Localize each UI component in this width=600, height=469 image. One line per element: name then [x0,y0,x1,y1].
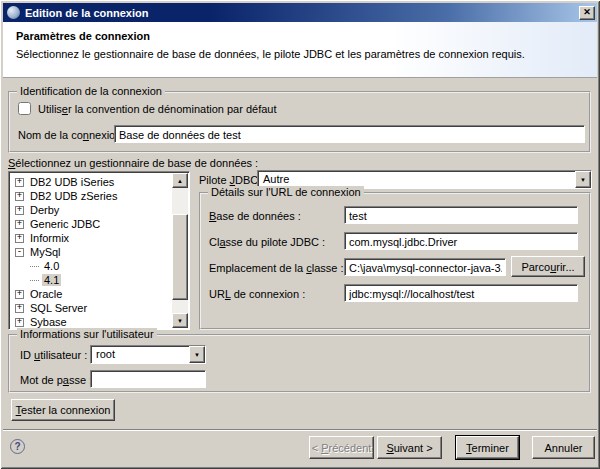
expand-icon[interactable]: + [15,206,24,215]
tree-item-generic-jdbc[interactable]: +Generic JDBC [12,217,189,231]
expand-icon[interactable]: + [15,304,24,313]
tree-item-db2-zseries[interactable]: +DB2 UDB zSeries [12,189,189,203]
tree-scrollbar[interactable]: ▲ ▼ [172,173,188,328]
chevron-down-icon: ▼ [580,177,586,183]
close-button[interactable]: ✕ [579,6,595,20]
tree-item-derby[interactable]: +Derby [12,203,189,217]
group-identification-legend: Identification de la connexion [17,85,165,97]
db-manager-tree[interactable]: +DB2 UDB iSeries +DB2 UDB zSeries +Derby… [8,171,190,330]
help-button[interactable]: ? [10,439,25,454]
dropdown-button[interactable]: ▼ [189,346,205,363]
user-id-label: ID utilisateur : [20,349,87,361]
tree-item-oracle[interactable]: +Oracle [12,287,189,301]
window-icon [7,6,20,19]
chevron-down-icon: ▼ [194,352,200,358]
password-label: Mot de passe : [20,374,92,386]
close-icon: ✕ [583,8,591,17]
database-label: Base de données : [209,210,301,222]
tree-item-mysql-41[interactable]: 4.1 [12,273,189,287]
connection-name-label: Nom de la connexion : [18,129,127,141]
default-naming-label: Utiliser la convention de dénomination p… [38,103,277,115]
finish-button[interactable]: Terminer [456,436,519,459]
tree-connector [30,266,39,267]
group-user-info: Informations sur l'utilisateur ID utilis… [8,334,591,393]
connection-url-label: URL de connexion : [209,288,305,300]
jdbc-driver-label: Pilote JDBC : [199,174,264,186]
group-url-details: Détails sur l'URL de connexion Base de d… [199,192,591,330]
group-user-info-legend: Informations sur l'utilisateur [17,328,157,340]
expand-icon[interactable]: + [15,318,24,327]
connection-url-input[interactable] [344,284,578,302]
tree-item-mysql[interactable]: -MySql [12,245,189,259]
connection-name-input[interactable] [114,125,585,143]
test-connection-button[interactable]: Tester la connexion [11,399,115,421]
dropdown-button[interactable]: ▼ [575,171,591,188]
tree-connector [30,280,39,281]
tree-item-informix[interactable]: +Informix [12,231,189,245]
cancel-button[interactable]: Annuler [532,436,595,459]
driver-class-label: Classe du pilote JDBC : [209,236,325,248]
scroll-up-button[interactable]: ▲ [172,173,188,188]
wizard-header: Paramètres de connexion Sélectionnez le … [3,22,597,78]
back-button[interactable]: < Précédent [309,436,374,459]
collapse-icon[interactable]: - [15,248,24,257]
database-input[interactable] [344,206,578,224]
scrollbar-thumb[interactable] [172,214,188,300]
browse-button[interactable]: Parcourir... [511,256,585,277]
expand-icon[interactable]: + [15,178,24,187]
tree-item-sql-server[interactable]: +SQL Server [12,301,189,315]
page-title: Paramètres de connexion [16,30,150,42]
expand-icon[interactable]: + [15,234,24,243]
expand-icon[interactable]: + [15,290,24,299]
class-location-label: Emplacement de la classe : [209,262,344,274]
expand-icon[interactable]: + [15,192,24,201]
driver-class-input[interactable] [344,232,578,250]
footer-separator [3,429,597,431]
password-input[interactable] [90,370,206,388]
user-id-combo[interactable]: root ▼ [90,345,206,364]
scroll-up-icon: ▲ [177,178,183,184]
scroll-down-button[interactable]: ▼ [172,313,188,328]
default-naming-checkbox[interactable] [18,102,31,115]
class-location-input[interactable] [344,258,506,276]
titlebar: Edition de la connexion ✕ [3,3,597,22]
group-identification: Identification de la connexion Utiliser … [8,91,591,153]
page-subtitle: Sélectionnez le gestionnaire de base de … [16,48,525,60]
expand-icon[interactable]: + [15,220,24,229]
tree-item-db2-iseries[interactable]: +DB2 UDB iSeries [12,175,189,189]
tree-item-sybase[interactable]: +Sybase [12,315,189,329]
scroll-down-icon: ▼ [177,318,183,324]
scrollbar-track[interactable] [172,188,188,313]
group-url-details-legend: Détails sur l'URL de connexion [208,186,364,198]
window-title: Edition de la connexion [25,7,579,19]
next-button[interactable]: Suivant > [377,436,442,459]
db-manager-select-label: Sélectionnez un gestionnaire de base de … [8,157,258,169]
tree-item-mysql-40[interactable]: 4.0 [12,259,189,273]
help-icon: ? [14,441,20,452]
connection-edit-dialog: Edition de la connexion ✕ Paramètres de … [0,0,600,469]
